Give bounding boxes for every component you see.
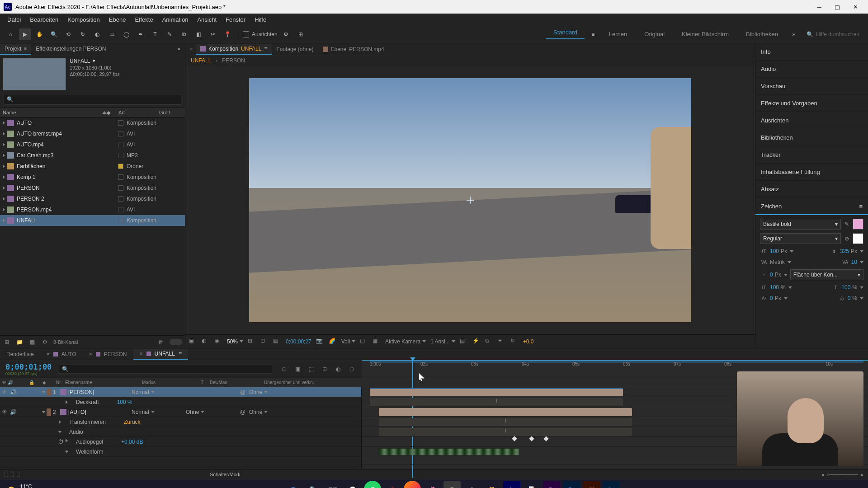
layer-property[interactable]: Deckkraft 100 % <box>0 397 361 407</box>
mask-icon[interactable]: ◐ <box>202 338 210 346</box>
maximize-button[interactable]: ▢ <box>828 0 846 14</box>
show-snapshot-icon[interactable]: 🌈 <box>329 338 337 346</box>
after-effects-icon[interactable]: Ae <box>503 481 520 488</box>
keyframe-icon[interactable] <box>529 436 534 441</box>
project-search[interactable]: 🔍 <box>4 94 181 105</box>
motion-blur-icon[interactable]: ◐ <box>334 365 343 374</box>
audio-icon[interactable]: 🔊 <box>10 409 16 415</box>
item-label-swatch[interactable] <box>118 131 123 136</box>
item-label-swatch[interactable] <box>118 164 123 169</box>
project-item[interactable]: PERSON.mp4 AVI <box>0 204 185 215</box>
project-item[interactable]: Farbflächen Ordner <box>0 161 185 172</box>
panel-fuellung[interactable]: Inhaltsbasierte Füllung <box>755 164 868 181</box>
trkmat-dropdown[interactable]: Ohne <box>186 409 240 415</box>
vscale-field[interactable]: IT100 % <box>760 284 792 291</box>
disclosure-icon[interactable] <box>3 154 5 157</box>
snap-edge-icon[interactable]: ⊞ <box>295 28 307 40</box>
panel-audio[interactable]: Audio <box>755 61 868 78</box>
timeline-layer[interactable]: 👁🔊 1 [PERSON] Normal @ Ohne <box>0 387 361 397</box>
views-dropdown[interactable]: 1 Ansi... <box>430 338 455 345</box>
project-item[interactable]: AUTO bremst.mp4 AVI <box>0 128 185 139</box>
render-icon[interactable]: ↻ <box>510 338 519 346</box>
delete-icon[interactable]: 🗑 <box>157 338 165 346</box>
illustrator-icon[interactable]: Ai <box>583 481 600 488</box>
menu-fenster[interactable]: Fenster <box>221 14 250 25</box>
property-value[interactable]: 100 % <box>117 399 132 405</box>
workspace-kleiner[interactable]: Kleiner Bildschirm <box>675 31 736 38</box>
disclosure-icon[interactable] <box>66 400 68 404</box>
disclosure-icon[interactable] <box>3 164 5 168</box>
layer-property[interactable]: Audio <box>0 427 361 437</box>
breadcrumb-unfall[interactable]: UNFALL <box>191 57 211 64</box>
workspace-overflow-icon[interactable]: » <box>788 28 800 40</box>
whatsapp-icon[interactable]: ✆ <box>364 481 381 488</box>
resolution-dropdown[interactable]: Voll <box>341 338 355 345</box>
disclosure-icon[interactable] <box>59 420 61 424</box>
panel-menu-icon[interactable]: ≡ <box>859 203 863 210</box>
parent-pickwhip-icon[interactable]: @ <box>240 409 249 415</box>
text-tool-icon[interactable]: T <box>149 28 161 40</box>
3d-icon[interactable]: ◉ <box>214 338 222 346</box>
stroke-width-field[interactable]: ≡0 Px <box>760 271 788 278</box>
viewer-area[interactable] <box>185 66 755 334</box>
item-label-swatch[interactable] <box>118 196 123 202</box>
chat-icon[interactable]: 💬 <box>344 481 361 488</box>
roto-tool-icon[interactable]: ✂ <box>207 28 219 40</box>
parent-dropdown[interactable]: Ohne <box>249 409 312 415</box>
disclosure-icon[interactable] <box>3 132 5 136</box>
item-label-swatch[interactable] <box>118 142 123 147</box>
tab-footage[interactable]: Footage (ohne) <box>272 44 318 54</box>
project-item[interactable]: AUTO Komposition <box>0 117 185 128</box>
layer-property[interactable]: ⏱ Audiopegel +0,00 dB <box>0 437 361 447</box>
layer-label-swatch[interactable] <box>47 408 51 416</box>
fast-preview-icon[interactable]: ⚡ <box>472 338 481 346</box>
fill-color-swatch[interactable] <box>853 219 863 230</box>
selection-tool-icon[interactable]: ▶ <box>19 28 31 40</box>
panel-menu-icon[interactable]: ≡ <box>264 46 267 52</box>
parent-pickwhip-icon[interactable]: @ <box>240 389 249 395</box>
font-family-dropdown[interactable]: Bastile bold▾ <box>760 219 841 230</box>
firefox-icon[interactable] <box>404 481 421 488</box>
help-search[interactable]: 🔍 Hilfe durchsuchen <box>802 31 863 38</box>
photoshop-icon[interactable]: Ps <box>563 481 580 488</box>
font-style-dropdown[interactable]: Regular▾ <box>760 233 841 244</box>
font-size-field[interactable]: tT100 Px <box>760 248 793 255</box>
opera-icon[interactable]: O <box>384 481 401 488</box>
menu-animation[interactable]: Animation <box>158 14 193 25</box>
hscale-field[interactable]: T100 % <box>831 284 863 291</box>
viewer-content[interactable] <box>249 78 691 322</box>
minimize-button[interactable]: ─ <box>810 0 828 14</box>
disclosure-icon[interactable] <box>3 186 5 190</box>
workspace-lernen[interactable]: Lernen <box>602 31 634 38</box>
panel-zeichen[interactable]: Zeichen≡ <box>755 198 868 215</box>
rect-tool-icon[interactable]: ▭ <box>106 28 118 40</box>
task-view-icon[interactable]: ▢▢ <box>324 481 341 488</box>
tab-renderliste[interactable]: Renderliste <box>0 349 40 359</box>
home-icon[interactable]: ⌂ <box>5 28 16 40</box>
disclosure-icon[interactable] <box>3 197 5 201</box>
current-time[interactable]: 0;00;00;27 <box>286 338 311 345</box>
tab-person[interactable]: ×PERSON <box>83 349 133 359</box>
item-label-swatch[interactable] <box>118 174 123 180</box>
parent-dropdown[interactable]: Ohne <box>249 389 312 395</box>
roi-icon[interactable]: ▢ <box>360 338 368 346</box>
premiere-icon[interactable]: Pr <box>543 481 560 488</box>
zoom-tool-icon[interactable]: 🔍 <box>48 28 60 40</box>
toggle-switches-icon[interactable]: ⬚ ⬚ ⬚ <box>4 471 20 477</box>
tab-komposition[interactable]: Komposition UNFALL ≡ <box>196 44 272 55</box>
snap-options-icon[interactable]: ⚙ <box>280 28 292 40</box>
bit-depth[interactable]: 8-Bit-Kanal <box>53 339 78 345</box>
baseline-field[interactable]: Aª0 Px <box>760 295 788 302</box>
interpret-footage-icon[interactable]: ⊞ <box>3 338 11 346</box>
comp-thumbnail[interactable] <box>3 58 66 90</box>
item-label-swatch[interactable] <box>118 207 123 212</box>
tsume-field[interactable]: あ0 % <box>838 295 863 302</box>
item-label-swatch[interactable] <box>118 153 123 158</box>
ellipse-tool-icon[interactable]: ◯ <box>120 28 132 40</box>
snapshot-icon[interactable]: 📷 <box>316 338 324 346</box>
tab-overflow-icon[interactable]: » <box>173 44 185 55</box>
transparency-icon[interactable]: ▦ <box>373 338 381 346</box>
project-list[interactable]: AUTO Komposition AUTO bremst.mp4 AVI AUT… <box>0 117 185 335</box>
exposure[interactable]: +0,0 <box>523 338 534 345</box>
tab-ebene[interactable]: Ebene PERSON.mp4 <box>318 44 389 54</box>
